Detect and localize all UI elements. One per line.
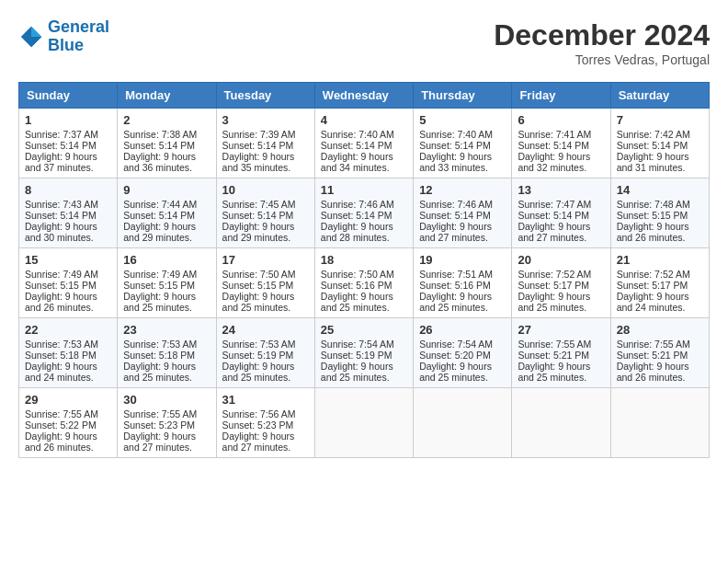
day-number: 15 (25, 253, 111, 267)
calendar-cell: 3Sunrise: 7:39 AMSunset: 5:14 PMDaylight… (216, 109, 314, 178)
day-number: 14 (617, 183, 703, 197)
day-info-line: and 24 minutes. (25, 372, 111, 383)
calendar-week-row: 15Sunrise: 7:49 AMSunset: 5:15 PMDayligh… (19, 248, 710, 318)
day-info-line: Daylight: 9 hours (123, 291, 210, 302)
day-info-line: Sunset: 5:14 PM (222, 210, 309, 221)
day-info-line: and 25 minutes. (222, 372, 309, 383)
day-info-line: Sunset: 5:16 PM (419, 280, 506, 291)
day-info-line: Daylight: 9 hours (25, 431, 111, 442)
day-info-line: Sunrise: 7:50 AM (321, 269, 407, 280)
calendar-week-row: 1Sunrise: 7:37 AMSunset: 5:14 PMDaylight… (19, 109, 710, 178)
day-info-line: and 26 minutes. (617, 372, 703, 383)
day-info-line: Daylight: 9 hours (617, 361, 703, 372)
day-number: 19 (419, 253, 506, 267)
day-info-line: Sunrise: 7:55 AM (25, 408, 111, 419)
calendar-cell: 22Sunrise: 7:53 AMSunset: 5:18 PMDayligh… (19, 318, 118, 388)
day-info-line: Sunset: 5:15 PM (25, 280, 111, 291)
calendar-cell: 4Sunrise: 7:40 AMSunset: 5:14 PMDaylight… (314, 109, 413, 178)
day-number: 1 (25, 113, 111, 127)
day-info-line: Sunrise: 7:49 AM (25, 269, 111, 280)
day-info-line: Sunset: 5:14 PM (123, 210, 210, 221)
day-number: 8 (25, 183, 111, 197)
column-header-sunday: Sunday (19, 83, 118, 109)
day-info-line: and 27 minutes. (518, 232, 604, 243)
calendar-cell: 18Sunrise: 7:50 AMSunset: 5:16 PMDayligh… (314, 248, 413, 318)
location: Torres Vedras, Portugal (494, 52, 710, 67)
day-info-line: Sunset: 5:15 PM (222, 280, 309, 291)
day-info-line: Sunset: 5:21 PM (617, 350, 703, 361)
logo-text: General Blue (48, 18, 109, 55)
day-info-line: and 28 minutes. (321, 232, 407, 243)
day-info-line: Sunset: 5:19 PM (321, 350, 407, 361)
calendar-header-row: SundayMondayTuesdayWednesdayThursdayFrid… (19, 83, 710, 109)
day-number: 5 (419, 113, 506, 127)
day-info-line: Sunrise: 7:41 AM (518, 129, 604, 140)
day-info-line: and 25 minutes. (222, 302, 309, 313)
day-info-line: and 25 minutes. (419, 302, 506, 313)
day-info-line: Sunrise: 7:52 AM (518, 269, 604, 280)
day-number: 25 (321, 323, 407, 337)
calendar-cell: 14Sunrise: 7:48 AMSunset: 5:15 PMDayligh… (610, 178, 709, 248)
day-number: 9 (123, 183, 210, 197)
day-info-line: and 27 minutes. (419, 232, 506, 243)
day-info-line: Sunrise: 7:55 AM (617, 339, 703, 350)
day-info-line: Sunrise: 7:43 AM (25, 199, 111, 210)
day-info-line: and 34 minutes. (321, 162, 407, 173)
calendar-cell: 23Sunrise: 7:53 AMSunset: 5:18 PMDayligh… (118, 318, 216, 388)
day-info-line: Sunset: 5:17 PM (518, 280, 604, 291)
column-header-monday: Monday (118, 83, 216, 109)
day-number: 20 (518, 253, 604, 267)
logo-icon (18, 24, 44, 50)
calendar-cell: 20Sunrise: 7:52 AMSunset: 5:17 PMDayligh… (512, 248, 610, 318)
calendar-cell: 7Sunrise: 7:42 AMSunset: 5:14 PMDaylight… (610, 109, 709, 178)
day-number: 7 (617, 113, 703, 127)
day-info-line: and 25 minutes. (321, 302, 407, 313)
page-header: General Blue December 2024 Torres Vedras… (18, 18, 710, 67)
day-number: 12 (419, 183, 506, 197)
day-info-line: Sunrise: 7:48 AM (617, 199, 703, 210)
calendar-cell: 2Sunrise: 7:38 AMSunset: 5:14 PMDaylight… (118, 109, 216, 178)
day-info-line: and 26 minutes. (617, 232, 703, 243)
calendar-cell: 9Sunrise: 7:44 AMSunset: 5:14 PMDaylight… (118, 178, 216, 248)
calendar-cell: 16Sunrise: 7:49 AMSunset: 5:15 PMDayligh… (118, 248, 216, 318)
day-number: 10 (222, 183, 309, 197)
day-info-line: Sunrise: 7:56 AM (222, 408, 309, 419)
calendar-cell (512, 388, 610, 458)
column-header-friday: Friday (512, 83, 610, 109)
day-number: 23 (123, 323, 210, 337)
calendar-week-row: 29Sunrise: 7:55 AMSunset: 5:22 PMDayligh… (19, 388, 710, 458)
day-info-line: Sunrise: 7:44 AM (123, 199, 210, 210)
day-info-line: and 25 minutes. (518, 302, 604, 313)
day-info-line: and 25 minutes. (123, 302, 210, 313)
day-info-line: and 37 minutes. (25, 162, 111, 173)
day-info-line: Daylight: 9 hours (617, 151, 703, 162)
day-info-line: Sunrise: 7:40 AM (419, 129, 506, 140)
day-info-line: Sunset: 5:18 PM (123, 350, 210, 361)
day-info-line: and 27 minutes. (123, 442, 210, 453)
calendar-cell (610, 388, 709, 458)
day-info-line: Daylight: 9 hours (222, 431, 309, 442)
day-info-line: Sunrise: 7:51 AM (419, 269, 506, 280)
day-info-line: and 35 minutes. (222, 162, 309, 173)
day-info-line: Sunrise: 7:38 AM (123, 129, 210, 140)
day-info-line: Daylight: 9 hours (518, 291, 604, 302)
day-number: 24 (222, 323, 309, 337)
day-info-line: Daylight: 9 hours (419, 291, 506, 302)
day-info-line: Daylight: 9 hours (518, 361, 604, 372)
day-info-line: and 25 minutes. (419, 372, 506, 383)
day-info-line: and 29 minutes. (222, 232, 309, 243)
month-title: December 2024 (494, 18, 710, 52)
day-info-line: Sunset: 5:23 PM (222, 419, 309, 431)
day-info-line: and 36 minutes. (123, 162, 210, 173)
day-number: 28 (617, 323, 703, 337)
day-info-line: Daylight: 9 hours (518, 221, 604, 232)
day-info-line: Sunset: 5:23 PM (123, 419, 210, 431)
calendar-cell: 25Sunrise: 7:54 AMSunset: 5:19 PMDayligh… (314, 318, 413, 388)
svg-marker-1 (31, 27, 41, 37)
day-info-line: Sunrise: 7:49 AM (123, 269, 210, 280)
column-header-thursday: Thursday (414, 83, 512, 109)
calendar-cell: 30Sunrise: 7:55 AMSunset: 5:23 PMDayligh… (118, 388, 216, 458)
day-info-line: Sunrise: 7:54 AM (419, 339, 506, 350)
day-info-line: and 27 minutes. (222, 442, 309, 453)
column-header-wednesday: Wednesday (314, 83, 413, 109)
